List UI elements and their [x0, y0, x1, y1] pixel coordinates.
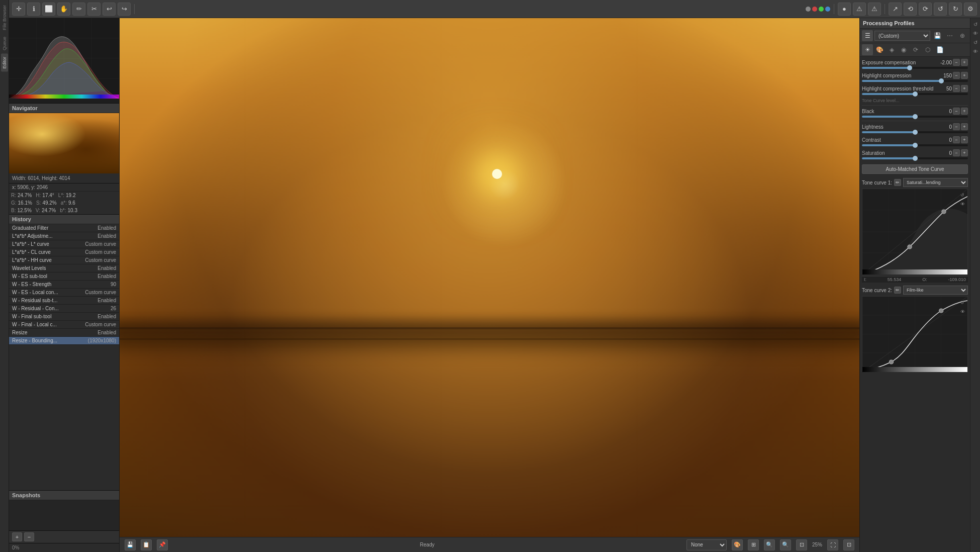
exposure-minus-btn[interactable]: −	[953, 59, 960, 66]
lightness-slider[interactable]	[862, 131, 968, 133]
black-slider[interactable]	[862, 116, 968, 118]
zoom-mode-select[interactable]: None Fit Fill 100%	[687, 539, 727, 550]
pp-copy-icon[interactable]: ⊕	[957, 30, 968, 41]
divider-1	[862, 105, 968, 106]
image-container[interactable]	[120, 18, 859, 537]
curve-2-eye-icon[interactable]: 👁	[958, 308, 966, 316]
zoom-in-btn[interactable]: 🔍	[780, 539, 791, 550]
fullscreen-btn[interactable]: ⛶	[827, 539, 838, 550]
history-item[interactable]: L*a*b* Adjustme...Enabled	[9, 232, 119, 240]
highlight-comp-minus-btn[interactable]: −	[953, 72, 960, 79]
tool-warn2[interactable]: ⚠	[868, 3, 881, 16]
history-item[interactable]: W - ES sub-toolEnabled	[9, 272, 119, 281]
history-item[interactable]: Resize - Bounding...(1920x1080)	[9, 337, 119, 345]
exposure-plus-btn[interactable]: +	[961, 59, 968, 66]
tool-hand[interactable]: ✋	[57, 3, 70, 16]
tool-refresh1[interactable]: ⟲	[904, 3, 917, 16]
history-item[interactable]: W - Residual - Con...26	[9, 305, 119, 313]
right-icon-4[interactable]: 👁	[971, 47, 979, 55]
tab-raw[interactable]: ⬡	[922, 44, 933, 55]
tone-curve-1-type-select[interactable]: Saturati...lending Linear Film-like	[903, 178, 968, 187]
tool-crop[interactable]: ✂	[87, 3, 101, 16]
tool-rotate-ccw[interactable]: ↺	[934, 3, 947, 16]
tool-warn1[interactable]: ⚠	[853, 3, 866, 16]
highlight-thresh-slider[interactable]	[862, 93, 968, 95]
history-item[interactable]: W - ES - Local con...Custom curve	[9, 289, 119, 297]
tab-detail[interactable]: ◈	[886, 44, 897, 55]
tool-rotate-cw[interactable]: ↻	[949, 3, 962, 16]
right-icon-3[interactable]: ↺	[971, 38, 979, 46]
history-item[interactable]: ResizeEnabled	[9, 329, 119, 337]
zoom-fit-btn[interactable]: ⊞	[748, 539, 759, 550]
pick-color-btn[interactable]: 🎨	[732, 539, 743, 550]
tone-curve-2-canvas[interactable]: ↺ 👁	[862, 296, 968, 372]
lightness-minus-btn[interactable]: −	[953, 123, 960, 130]
contrast-minus-btn[interactable]: −	[953, 136, 960, 143]
history-item[interactable]: W - Final - Local c...Custom curve	[9, 321, 119, 329]
snapshot-remove-btn[interactable]: −	[24, 532, 34, 541]
contrast-plus-btn[interactable]: +	[961, 136, 968, 143]
saturation-minus-btn[interactable]: −	[953, 149, 960, 156]
tool-refresh2[interactable]: ⟳	[919, 3, 932, 16]
tone-curve-2-pen-btn[interactable]: ✏	[894, 287, 901, 294]
history-item[interactable]: W - Final sub-toolEnabled	[9, 313, 119, 321]
tool-export[interactable]: ↗	[889, 3, 902, 16]
contrast-slider[interactable]	[862, 144, 968, 146]
saturation-slider[interactable]	[862, 157, 968, 159]
snapshot-add-btn[interactable]: +	[12, 532, 22, 541]
tone-curve-2-type-select[interactable]: Film-like Linear	[903, 286, 968, 295]
history-item[interactable]: L*a*b* - CL curveCustom curve	[9, 248, 119, 256]
tool-square[interactable]: ⬜	[42, 3, 55, 16]
history-item[interactable]: L*a*b* - L* curveCustom curve	[9, 240, 119, 248]
tool-undo[interactable]: ↩	[103, 3, 116, 16]
highlight-thresh-minus-btn[interactable]: −	[953, 85, 960, 92]
tab-exposure[interactable]: ☀	[862, 44, 873, 55]
black-minus-btn[interactable]: −	[953, 108, 960, 115]
tone-curve-1-canvas[interactable]: ↺ 👁	[862, 189, 968, 274]
history-item[interactable]: L*a*b* - HH curveCustom curve	[9, 256, 119, 264]
pp-profile-select[interactable]: (Custom)	[874, 31, 930, 41]
history-item[interactable]: Wavelet LevelsEnabled	[9, 264, 119, 272]
history-item[interactable]: W - Residual sub-t...Enabled	[9, 297, 119, 305]
curve-1-reset-icon[interactable]: ↺	[958, 191, 966, 199]
zoom-out-btn[interactable]: 🔍	[764, 539, 775, 550]
tab-metadata[interactable]: 📄	[934, 44, 945, 55]
exposure-slider[interactable]	[862, 67, 968, 69]
history-item[interactable]: W - ES - Strength90	[9, 281, 119, 289]
tool-cross[interactable]: ✛	[12, 3, 25, 16]
tool-circle[interactable]: ●	[838, 3, 851, 16]
history-item[interactable]: Graduated FilterEnabled	[9, 224, 119, 232]
tool-info[interactable]: ℹ	[27, 3, 40, 16]
curve-2-reset-icon[interactable]: ↺	[958, 299, 966, 307]
highlight-comp-slider[interactable]	[862, 80, 968, 82]
tool-settings[interactable]: ⚙	[964, 3, 977, 16]
highlight-thresh-plus-btn[interactable]: +	[961, 85, 968, 92]
saturation-plus-btn[interactable]: +	[961, 149, 968, 156]
lightness-plus-btn[interactable]: +	[961, 123, 968, 130]
file-browser-tab[interactable]: File Browser	[1, 2, 8, 33]
tab-color[interactable]: 🎨	[874, 44, 885, 55]
tool-redo[interactable]: ↪	[118, 3, 131, 16]
right-icon-1[interactable]: ↺	[971, 20, 979, 28]
pp-menu-icon[interactable]: ⋯	[944, 30, 955, 41]
highlight-comp-plus-btn[interactable]: +	[961, 72, 968, 79]
tab-transform[interactable]: ⟳	[910, 44, 921, 55]
tone-curve-1-pen-btn[interactable]: ✏	[894, 179, 901, 186]
paste-btn[interactable]: 📌	[157, 539, 168, 550]
copy-btn[interactable]: 📋	[141, 539, 152, 550]
editor-tab[interactable]: Editor	[1, 54, 8, 72]
black-plus-btn[interactable]: +	[961, 108, 968, 115]
detail-btn[interactable]: ⊡	[843, 539, 854, 550]
save-btn[interactable]: 💾	[125, 539, 136, 550]
tool-pen[interactable]: ✏	[72, 3, 85, 16]
history-list[interactable]: Graduated FilterEnabledL*a*b* Adjustme..…	[9, 224, 119, 490]
curve-1-eye-icon[interactable]: 👁	[958, 200, 966, 208]
pp-save-icon[interactable]: 💾	[932, 30, 943, 41]
pp-list-icon[interactable]: ☰	[862, 30, 873, 41]
right-icon-2[interactable]: 👁	[971, 29, 979, 37]
auto-matched-tone-curve-btn[interactable]: Auto-Matched Tone Curve	[862, 164, 968, 174]
queue-tab[interactable]: Queue	[1, 34, 8, 53]
zoom-100-btn[interactable]: ⊡	[796, 539, 807, 550]
lightness-label: Lightness	[862, 124, 884, 130]
tab-local[interactable]: ◉	[898, 44, 909, 55]
